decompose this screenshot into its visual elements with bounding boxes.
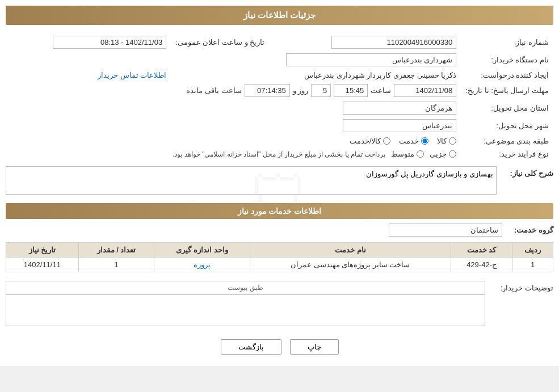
page-title: جزئیات اطلاعات نیاز: [6, 6, 553, 25]
col-radif: ردیف: [512, 243, 553, 258]
nooe-farayand-label: نوع فرآیند خرید:: [461, 147, 553, 161]
back-button[interactable]: بازگشت: [221, 339, 281, 355]
mohlet-baqi-label: ساعت باقی مانده: [186, 86, 241, 95]
nam-dastgah-value: شهرداری بندرعباس: [286, 53, 456, 66]
ijad-value: ذکریا حسینی جعفری کاربردار شهرداری بندرع…: [304, 71, 456, 79]
tabaqe-kala-khedmat[interactable]: کالا/خدمت: [350, 137, 391, 145]
sharh-textarea[interactable]: [6, 166, 497, 195]
col-nam: نام خدمت: [250, 243, 451, 258]
services-header: اطلاعات خدمات مورد نیاز: [6, 203, 553, 219]
col-tarikh: تاریخ نیاز: [6, 243, 79, 258]
ostan-label: استان محل تحویل:: [461, 99, 553, 117]
mohlet-date: 1402/11/08: [394, 84, 456, 97]
tavzihat-label: توضیحات خریدار:: [491, 281, 553, 292]
farayand-motavaset[interactable]: متوسط: [391, 150, 424, 158]
tabaqe-khedmat[interactable]: خدمت: [399, 137, 428, 145]
tarikh-value: 1402/11/03 - 08:13: [53, 36, 166, 49]
farayand-jozi[interactable]: جزیی: [430, 150, 456, 158]
mohlet-saat: 15:45: [334, 84, 368, 97]
services-table: ردیف کد خدمت نام خدمت واحد اندازه گیری ت…: [6, 242, 553, 272]
col-tedad: تعداد / مقدار: [78, 243, 154, 258]
mohlet-saat-label: ساعت: [371, 86, 391, 95]
group-label: گروه خدمت:: [508, 226, 553, 234]
col-vahed: واحد اندازه گیری: [154, 243, 250, 258]
mohlet-rooz: 5: [311, 84, 331, 97]
group-value: ساختمان: [389, 224, 502, 237]
col-kod: کد خدمت: [451, 243, 512, 258]
tavzihat-textarea[interactable]: [6, 295, 485, 326]
shomara-niaz-value: 1102004916000330: [331, 36, 456, 49]
tavzihat-placeholder: طبق پیوست: [6, 281, 485, 295]
farayand-note: پرداخت تمام یا بخشی از مبلغ خریدار از مح…: [173, 150, 385, 158]
sharh-label: شرح کلی نیاز:: [502, 166, 553, 178]
mohlet-rooz-label: روز و: [293, 86, 309, 95]
tarikh-label: تاریخ و ساعت اعلان عمومی:: [171, 33, 269, 51]
ijad-link[interactable]: اطلاعات تماس خریدار: [98, 71, 166, 79]
table-row: 1ج-42-429ساخت سایر پروژه‌های مهندسی عمرا…: [6, 258, 553, 272]
tabaqe-label: طبقه بندی موضوعی:: [461, 134, 553, 147]
shahr-label: شهر محل تحویل:: [461, 117, 553, 134]
shahr-value: بندرعباس: [343, 119, 456, 132]
shomara-niaz-label: شماره نیاز:: [461, 33, 553, 51]
nam-dastgah-label: نام دستگاه خریدار:: [461, 51, 553, 69]
print-button[interactable]: چاپ: [290, 339, 339, 355]
ostan-value: هرمزگان: [343, 102, 456, 115]
tabaqe-kala[interactable]: کالا: [437, 137, 456, 145]
mohlet-baqi: 07:14:35: [245, 84, 290, 97]
mohlet-label: مهلت ارسال پاسخ: تا تاریخ:: [461, 82, 553, 99]
ijad-label: ایجاد کننده درخواست:: [461, 69, 553, 82]
